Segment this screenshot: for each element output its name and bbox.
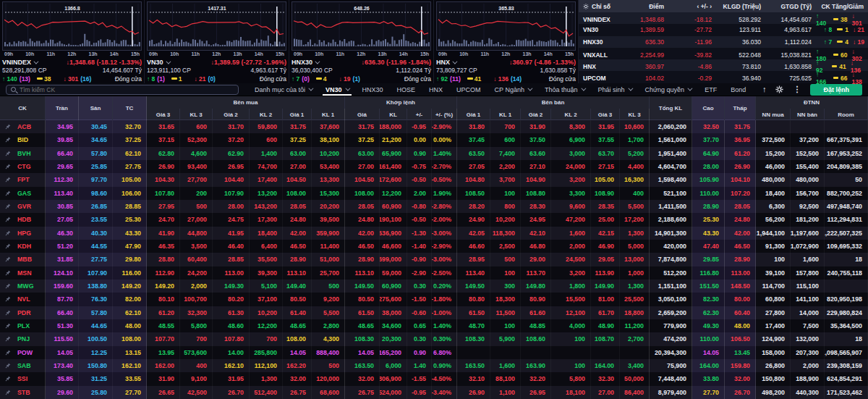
index-name-dropdown[interactable]: HNX30 xyxy=(292,58,318,67)
tab-th-a-thu-n[interactable]: Thỏa thuận xyxy=(545,83,584,96)
col-header-sell-k1[interactable]: KL 1 xyxy=(490,109,521,120)
pin-cell[interactable] xyxy=(0,372,16,385)
board-row[interactable]: ACB34.9530.4532.7031.6560031.7059,80031.… xyxy=(0,120,868,133)
board-row[interactable]: STB29.6025.8027.7026.6542,50026.70512,40… xyxy=(0,386,868,399)
ticker-symbol[interactable]: PLX xyxy=(16,319,46,332)
pin-cell[interactable] xyxy=(0,200,16,213)
col-header-room[interactable]: Room xyxy=(825,109,868,120)
col-header-buy-k1[interactable]: KL 1 xyxy=(312,109,345,120)
index-row[interactable]: VNINDEX1,348.68-18.12528.29214,454.607↑ … xyxy=(579,12,868,24)
board-row[interactable]: PDR66.4057.8062.1061.2032,30061.3010,200… xyxy=(0,306,868,319)
col-header-buy-g2[interactable]: Giá 2 xyxy=(213,109,250,120)
ticker-symbol[interactable]: BID xyxy=(16,133,46,146)
ticker-symbol[interactable]: PDR xyxy=(16,306,46,319)
pin-cell[interactable] xyxy=(0,293,16,306)
tab-upcom[interactable]: UPCOM xyxy=(456,83,481,96)
pin-cell[interactable] xyxy=(0,173,16,186)
ticker-symbol[interactable]: PNJ xyxy=(16,332,46,345)
index-row[interactable]: UPCOM104.02-0.2936.940725.625↑ 16666↓ 13… xyxy=(579,71,868,83)
ticker-symbol[interactable]: HPG xyxy=(16,227,46,240)
tab-hnx[interactable]: HNX xyxy=(429,83,443,96)
col-header-sell-g1[interactable]: Giá 1 xyxy=(457,109,490,120)
board-row[interactable]: PLX51.3044.6548.0048.555,80048.6012,2004… xyxy=(0,319,868,332)
index-board-settings[interactable]: Chỉ số xyxy=(579,3,624,10)
tab-vn30[interactable]: VN30 xyxy=(326,83,349,96)
col-header-total[interactable]: Tổng KL xyxy=(650,96,692,120)
pin-cell[interactable] xyxy=(0,147,16,160)
board-row[interactable]: MSN124.10107.90116.00112.9024,200113.003… xyxy=(0,266,868,280)
board-row[interactable]: FPT112.3097.70105.00104.3027,700104.4017… xyxy=(0,173,868,186)
ticker-symbol[interactable]: KDH xyxy=(16,240,46,253)
pin-cell[interactable] xyxy=(0,346,16,359)
pin-cell[interactable] xyxy=(0,187,16,200)
ticker-symbol[interactable]: NVL xyxy=(16,293,46,306)
ticker-symbol[interactable]: POW xyxy=(16,346,46,359)
pin-cell[interactable] xyxy=(0,332,16,345)
settings-gear-icon[interactable] xyxy=(775,85,783,93)
ticker-symbol[interactable]: MSN xyxy=(16,266,46,280)
pin-cell[interactable] xyxy=(0,306,16,319)
ticker-symbol[interactable]: STB xyxy=(16,386,46,399)
tab-hose[interactable]: HOSE xyxy=(397,83,416,96)
index-board-header-vol[interactable]: KLGD (Triệu) xyxy=(716,3,765,10)
board-row[interactable]: KDH51.2044.5547.9046.353,50046.406,40046… xyxy=(0,240,868,253)
index-board-header-updown[interactable]: CK Tăng/Giảm xyxy=(816,3,868,10)
pin-cell[interactable] xyxy=(0,319,16,332)
ticker-symbol[interactable]: SSI xyxy=(16,372,46,385)
pin-cell[interactable] xyxy=(0,359,16,372)
index-board-header-val[interactable]: GTGD (Tỷ) xyxy=(765,3,816,10)
search-input[interactable] xyxy=(20,86,234,93)
board-row[interactable]: SAB173.40150.80162.10162.00400162.10112,… xyxy=(0,359,868,372)
stock-search[interactable] xyxy=(6,85,239,95)
col-header-high[interactable]: Cao xyxy=(692,96,725,120)
ticker-symbol[interactable]: SAB xyxy=(16,359,46,372)
pin-cell[interactable] xyxy=(0,227,16,240)
col-header-sell-g2[interactable]: Giá 2 xyxy=(521,109,551,120)
board-row[interactable]: MWG159.60138.80149.20149.202,000149.305,… xyxy=(0,280,868,293)
tab-danh-m-c-c-a-t-i[interactable]: Danh mục của tôi xyxy=(255,83,312,96)
board-row[interactable]: CTG29.6525.8527.7526.9093,40026.9574,700… xyxy=(0,160,868,173)
ticker-symbol[interactable]: BVH xyxy=(16,147,46,160)
col-header-foreign-buy[interactable]: NN mua xyxy=(756,109,791,120)
col-header-sell-g3[interactable]: Giá 3 xyxy=(591,109,620,120)
ticker-symbol[interactable]: MWG xyxy=(16,280,46,293)
col-header-tran[interactable]: Trần xyxy=(46,96,79,120)
board-row[interactable]: BVH66.4057.8062.1062.804,60062.901,40063… xyxy=(0,147,868,160)
board-row[interactable]: BID39.8534.6537.2537.1552,30037.2060037.… xyxy=(0,133,868,146)
col-header-buy-k2[interactable]: KL 2 xyxy=(250,109,283,120)
ticker-symbol[interactable]: GVR xyxy=(16,200,46,213)
col-header-buy-g3[interactable]: Giá 3 xyxy=(147,109,180,120)
pin-cell[interactable] xyxy=(0,213,16,226)
tab-bond[interactable]: Bond xyxy=(731,83,746,96)
col-header-change[interactable]: +/- xyxy=(407,109,432,120)
board-row[interactable]: SSI35.8531.2533.5531.909,10031.951,30032… xyxy=(0,372,868,385)
place-order-button[interactable]: Đặt lệnh xyxy=(810,84,862,96)
col-header-low[interactable]: Thấp xyxy=(725,96,756,120)
col-header-buy-g1[interactable]: Giá 1 xyxy=(283,109,312,120)
board-row[interactable]: POW14.0512.2513.1513.95573,60014.00285,8… xyxy=(0,346,868,359)
tab-cp-ng-nh[interactable]: CP Ngành xyxy=(495,83,531,96)
col-header-foreign-sell[interactable]: NN bán xyxy=(791,109,825,120)
col-header-sell-k3[interactable]: KL 3 xyxy=(620,109,650,120)
ticker-symbol[interactable]: HDB xyxy=(16,213,46,226)
index-name-dropdown[interactable]: VNINDEX xyxy=(2,58,37,67)
tab-hnx30[interactable]: HNX30 xyxy=(362,83,383,96)
col-header-san[interactable]: Sàn xyxy=(79,96,113,120)
tab-etf[interactable]: ETF xyxy=(705,83,717,96)
index-row[interactable]: VNXALL2,254.99-39.82522.04815,038.821↑ 1… xyxy=(579,48,868,59)
col-header-tc[interactable]: TC xyxy=(113,96,147,120)
ticker-symbol[interactable]: ACB xyxy=(16,120,46,133)
pin-cell[interactable] xyxy=(0,253,16,266)
col-header-change-pct[interactable]: +/- (%) xyxy=(432,109,457,120)
board-row[interactable]: GAS113.4098.60106.00107.80200107.9013,20… xyxy=(0,187,868,200)
pin-cell[interactable] xyxy=(0,280,16,293)
tab-ch-ng-quy-n[interactable]: Chứng quyền xyxy=(645,83,692,96)
board-row[interactable]: MBB31.8527.7529.8028.8060,40028.8535,500… xyxy=(0,253,868,266)
pin-cell[interactable] xyxy=(0,160,16,173)
pin-cell[interactable] xyxy=(0,133,16,146)
col-header-match-price[interactable]: Giá xyxy=(345,109,380,120)
board-row[interactable]: HDB27.0523.5525.3024.7027,00024.7517,300… xyxy=(0,213,868,226)
index-row[interactable]: HNX30636.30-11.9636.0301,112.024↑ 74↓ 19 xyxy=(579,36,868,48)
index-board-header-chg[interactable]: ‹ +/- › xyxy=(668,3,716,10)
index-row[interactable]: HNX360.97-4.8673.8101,630.858↑ 9241↓ 136 xyxy=(579,59,868,71)
